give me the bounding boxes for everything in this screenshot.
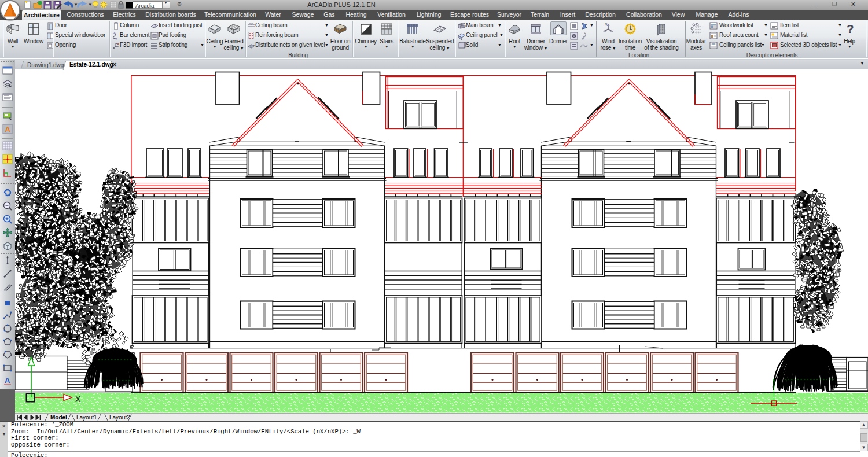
svg-text:A: A <box>5 376 10 385</box>
svg-text:X: X <box>75 395 81 404</box>
svg-text:A: A <box>5 125 11 134</box>
svg-text:Layout1: Layout1 <box>76 414 97 421</box>
svg-text:Model: Model <box>50 414 67 421</box>
svg-text:N: N <box>605 23 607 26</box>
svg-text:Layout2: Layout2 <box>109 414 130 421</box>
